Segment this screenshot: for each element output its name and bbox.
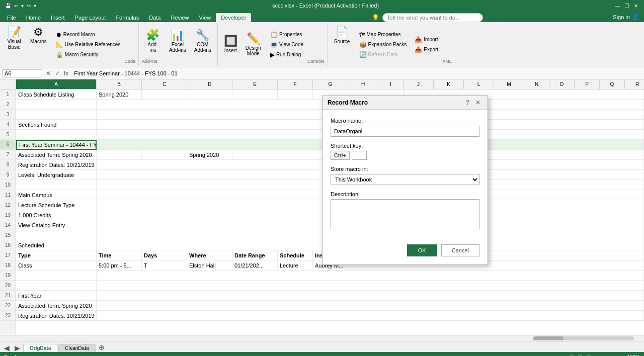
tab-formulas[interactable]: Formulas [111,13,144,22]
save-button[interactable]: 💾 [4,2,12,10]
col-header-N[interactable]: N [524,79,549,89]
cell-A11[interactable]: Main Campus [16,190,97,200]
horizontal-scrollbar[interactable] [0,335,644,341]
cell-A17[interactable]: Type [16,250,97,260]
expansion-packs-button[interactable]: 📦 Expansion Packs [357,40,409,49]
cell-D17[interactable]: Where [187,250,232,260]
visual-basic-button[interactable]: 📝 VisualBasic [3,25,25,64]
undo-dropdown-button[interactable]: ▾ [20,2,25,10]
cell-C17[interactable]: Days [142,250,187,260]
record-macro-button[interactable]: ⏺ Record Macro [54,30,123,39]
view-page-button[interactable]: ▣ [578,354,582,357]
cell-A2[interactable] [16,100,97,110]
view-normal-button[interactable]: ▦ [569,354,574,357]
cell-A19[interactable] [16,271,97,281]
addins-button[interactable]: 🧩 Add-ins [142,28,164,54]
cell-A15[interactable] [16,230,97,240]
cell-A18[interactable]: Class [16,260,97,271]
h-scroll-thumb[interactable] [533,336,564,340]
source-button[interactable]: 📄 Source [331,25,353,64]
tab-view[interactable]: View [194,13,216,22]
col-header-B[interactable]: B [97,79,142,89]
cell-A5[interactable] [16,130,97,140]
scroll-tabs-right[interactable]: ▶ [13,344,22,352]
cell-B22[interactable] [97,301,644,311]
cell-A6[interactable]: First Year Seminar - 10444 - FYS 100 - 0… [16,140,97,150]
name-box[interactable] [2,69,42,77]
macro-name-input[interactable] [331,126,479,137]
cell-B7[interactable] [97,150,142,160]
col-header-R[interactable]: R [625,79,644,89]
view-layout-button[interactable]: ▤ [586,354,591,357]
cell-B17[interactable]: Time [97,250,142,260]
col-header-E[interactable]: E [232,79,278,89]
cell-A22[interactable]: Associated Term: Spring 2020 [16,301,97,311]
confirm-formula-button[interactable]: ✓ [53,70,61,77]
cell-A16[interactable]: Scheduled [16,240,97,250]
tab-review[interactable]: Review [166,13,194,22]
cell-D18[interactable]: Elston Hall [187,260,232,271]
tab-home[interactable]: Home [21,13,46,22]
import-button[interactable]: 📥 Import [413,35,440,44]
redo-button[interactable]: ↪ [26,2,32,10]
cell-A12[interactable]: Lecture Schedule Type [16,200,97,210]
dialog-help-button[interactable]: ? [464,99,471,106]
description-input[interactable] [331,199,479,229]
h-scroll-track[interactable] [533,336,634,340]
col-header-I[interactable]: I [378,79,404,89]
cell-C1[interactable] [142,90,187,100]
cell-C18[interactable]: T [142,260,187,271]
cell-A10[interactable] [16,180,97,190]
dialog-close-button[interactable]: ✕ [473,99,482,106]
insert-function-button[interactable]: fx [62,70,70,77]
col-header-G[interactable]: G [313,79,348,89]
scroll-tabs-left[interactable]: ◀ [2,344,12,352]
cell-C7[interactable] [142,150,187,160]
design-mode-button[interactable]: ✏️ DesignMode [243,32,264,58]
undo-button[interactable]: ↩ [13,2,19,10]
cell-A14[interactable]: View Catalog Entry [16,220,97,230]
cell-B19[interactable] [97,271,644,281]
cell-A4[interactable]: Sections Found [16,120,97,130]
run-dialog-button[interactable]: ▶ Run Dialog [268,50,305,59]
map-properties-button[interactable]: 🗺 Map Properties [357,30,409,39]
cell-A23[interactable]: Registration Dates: 10/21/2019 r... [16,311,97,321]
col-header-K[interactable]: K [434,79,464,89]
cell-B1[interactable]: Spring 2020 [97,90,142,100]
signin-button[interactable]: Sign in 👤 [608,12,644,22]
cell-E17[interactable]: Date Range [232,250,278,260]
col-header-M[interactable]: M [494,79,524,89]
cell-A13[interactable]: 1.000 Credits [16,210,97,220]
shortcut-input[interactable] [352,151,367,160]
excel-addins-button[interactable]: 📊 ExcelAdd-ins [166,28,189,54]
tell-me-input[interactable] [382,13,483,22]
zoom-slider[interactable]: ——●——— [595,354,623,357]
col-header-H[interactable]: H [348,79,378,89]
col-header-Q[interactable]: Q [600,79,625,89]
cell-F17[interactable]: Schedule [278,250,313,260]
add-sheet-button[interactable]: ⊕ [97,343,107,352]
cancel-formula-button[interactable]: ✕ [44,70,52,77]
tab-data[interactable]: Data [144,13,166,22]
export-button[interactable]: 📤 Export [413,45,440,54]
cell-D1[interactable] [187,90,232,100]
refresh-data-button[interactable]: 🔄 Refresh Data [357,50,409,59]
sheet-tab-cleandata[interactable]: CleanData [58,344,95,352]
minimize-button[interactable]: — [614,2,622,10]
cell-B23[interactable] [97,311,644,321]
cell-B21[interactable] [97,291,644,301]
cell-A3[interactable] [16,110,97,120]
cell-B18[interactable]: 5:00 pm - 5... [97,260,142,271]
cell-A20[interactable] [16,281,97,291]
use-relative-button[interactable]: 📐 Use Relative References [54,40,123,49]
cell-A8[interactable]: Registration Dates: 10/21/2019 to 01/20/… [16,160,97,170]
col-header-J[interactable]: J [404,79,434,89]
tab-developer[interactable]: Developer [216,13,251,22]
col-header-P[interactable]: P [575,79,600,89]
cell-A7[interactable]: Associated Term: Spring 2020 [16,150,97,160]
cell-F18[interactable]: Lecture [278,260,313,271]
restore-button[interactable]: ❐ [623,2,631,10]
cell-A21[interactable]: First Year [16,291,97,301]
col-header-F[interactable]: F [278,79,313,89]
dialog-cancel-button[interactable]: Cancel [441,244,479,256]
